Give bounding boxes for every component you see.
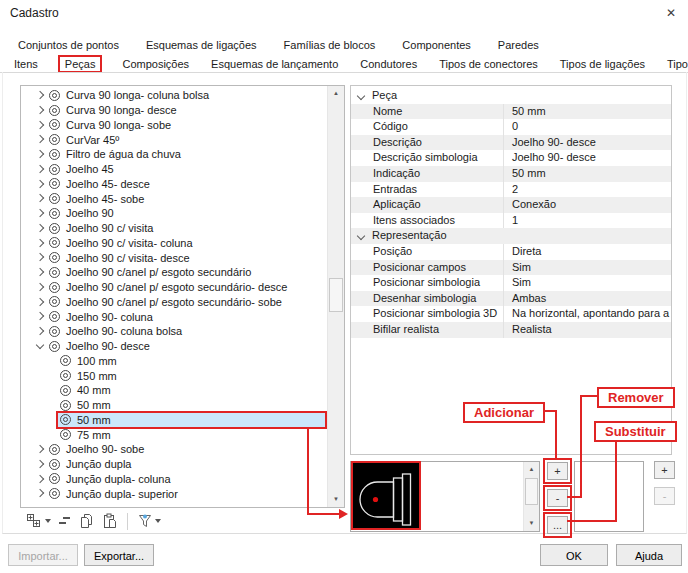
ajuda-button[interactable]: Ajuda <box>616 544 682 566</box>
close-icon[interactable]: ✕ <box>660 3 682 23</box>
property-value[interactable]: Sim <box>503 275 671 291</box>
tree-item[interactable]: Joelho 90- coluna <box>21 309 328 324</box>
property-value[interactable]: 2 <box>503 182 671 198</box>
tree-item[interactable]: Junção dupla <box>21 457 328 472</box>
chevron-right-icon[interactable] <box>34 206 49 221</box>
remove-symbol-button[interactable]: - <box>547 489 568 507</box>
tree-item[interactable]: 50 mm <box>21 413 328 428</box>
dropdown-arrow-icon[interactable] <box>155 519 161 523</box>
property-row[interactable]: Itens associados1 <box>351 213 671 229</box>
chevron-right-icon[interactable] <box>34 221 49 236</box>
chevron-down-icon[interactable] <box>355 228 369 244</box>
tree-item[interactable]: Joelho 90 c/ visita- coluna <box>21 236 328 251</box>
tree-item[interactable]: Curva 90 longa- desce <box>21 103 328 118</box>
tree-item[interactable]: Joelho 90 c/ visita <box>21 221 328 236</box>
tree-item[interactable]: Joelho 90- sobe <box>21 442 328 457</box>
tree-item[interactable]: CurVar 45º <box>21 132 328 147</box>
chevron-right-icon[interactable] <box>34 147 49 162</box>
chevron-down-icon[interactable] <box>355 88 369 104</box>
chevron-right-icon[interactable] <box>34 442 49 457</box>
tree-item[interactable]: Filtro de água da chuva <box>21 147 328 162</box>
property-value[interactable]: Direta <box>503 244 671 260</box>
tree-item[interactable]: Joelho 90 c/anel p/ esgoto secundário <box>21 265 328 280</box>
chevron-right-icon[interactable] <box>34 265 49 280</box>
paste-icon[interactable] <box>102 513 118 529</box>
tab-itens[interactable]: Itens <box>14 58 38 70</box>
property-value[interactable]: Sim <box>503 260 671 276</box>
collapse-items-icon[interactable] <box>58 513 72 529</box>
tree-item[interactable]: Joelho 90 c/anel p/ esgoto secundário- d… <box>21 280 328 295</box>
tree-item[interactable]: Curva 90 longa- coluna bolsa <box>21 88 328 103</box>
tree-item[interactable]: Junção dupla- superior <box>21 486 328 501</box>
property-value[interactable]: Realista <box>503 322 671 338</box>
chevron-right-icon[interactable] <box>34 250 49 265</box>
tab-tipos-de-liga-es[interactable]: Tipos de ligações <box>560 58 645 70</box>
dropdown-arrow-icon[interactable] <box>45 519 51 523</box>
property-value[interactable]: Joelho 90- desce <box>503 150 671 166</box>
property-value[interactable]: Ambas <box>503 291 671 307</box>
chevron-right-icon[interactable] <box>34 88 49 103</box>
tab-esquemas-de-liga-es[interactable]: Esquemas de ligações <box>146 39 257 51</box>
add-symbol-button[interactable]: + <box>547 462 568 480</box>
browse-symbol-button[interactable]: ... <box>547 516 568 534</box>
chevron-right-icon[interactable] <box>34 103 49 118</box>
chevron-right-icon[interactable] <box>34 118 49 133</box>
tab-esquemas-de-lan-amento[interactable]: Esquemas de lançamento <box>211 58 338 70</box>
tab-pe-as[interactable]: Peças <box>58 55 103 73</box>
symbol-preview[interactable] <box>351 461 421 530</box>
tab-componentes[interactable]: Componentes <box>402 39 471 51</box>
add-items-icon[interactable] <box>26 513 51 529</box>
scroll-down-icon[interactable]: ▼ <box>524 516 539 531</box>
chevron-right-icon[interactable] <box>34 472 49 487</box>
chevron-right-icon[interactable] <box>34 486 49 501</box>
tree-item[interactable]: Joelho 90 <box>21 206 328 221</box>
tab-condutores[interactable]: Condutores <box>360 58 417 70</box>
chevron-right-icon[interactable] <box>34 132 49 147</box>
chevron-right-icon[interactable] <box>34 191 49 206</box>
property-value[interactable]: 50 mm <box>503 166 671 182</box>
tab-tipos-de-pontos[interactable]: Tipos de pontos <box>667 58 688 70</box>
property-row[interactable]: Entradas2 <box>351 182 671 198</box>
chevron-right-icon[interactable] <box>34 162 49 177</box>
tree-item[interactable]: Junção dupla- coluna <box>21 472 328 487</box>
exportar-button[interactable]: Exportar... <box>84 544 154 566</box>
tree-item[interactable]: 150 mm <box>21 368 328 383</box>
ok-button[interactable]: OK <box>540 544 608 566</box>
tree-item[interactable]: Joelho 45- sobe <box>21 191 328 206</box>
tree-item[interactable]: 75 mm <box>21 427 328 442</box>
tab-paredes[interactable]: Paredes <box>498 39 539 51</box>
property-row[interactable]: Nome50 mm <box>351 104 671 120</box>
chevron-right-icon[interactable] <box>34 309 49 324</box>
property-row[interactable]: Desenhar simbologiaAmbas <box>351 291 671 307</box>
tree-item[interactable]: Joelho 90- coluna bolsa <box>21 324 328 339</box>
tree-item[interactable]: Curva 90 longa- sobe <box>21 118 328 133</box>
tree-item[interactable]: Joelho 45- desce <box>21 177 328 192</box>
property-value[interactable]: 0 <box>503 119 671 135</box>
add-button[interactable]: + <box>654 461 675 479</box>
chevron-down-icon[interactable] <box>34 339 49 354</box>
tree-item[interactable]: Joelho 90- desce <box>21 339 328 354</box>
tab-fam-lias-de-blocos[interactable]: Famílias de blocos <box>284 39 376 51</box>
property-value[interactable]: Na horizontal, apontando para a ... <box>503 306 671 322</box>
scroll-up-icon[interactable]: ▲ <box>524 462 539 477</box>
property-row[interactable]: Posicionar simbologiaSim <box>351 275 671 291</box>
property-row[interactable]: DescriçãoJoelho 90- desce <box>351 135 671 151</box>
property-value[interactable]: 50 mm <box>503 104 671 120</box>
symbol-scrollbar[interactable]: ▲ ▼ <box>523 462 539 531</box>
property-row[interactable]: Posicionar camposSim <box>351 260 671 276</box>
property-row[interactable]: Indicação50 mm <box>351 166 671 182</box>
property-row[interactable]: Posicionar simbologia 3DNa horizontal, a… <box>351 306 671 322</box>
scrollbar-thumb[interactable] <box>329 278 343 312</box>
tree-item[interactable]: Joelho 90 c/ visita- desce <box>21 250 328 265</box>
tab-conjuntos-de-pontos[interactable]: Conjuntos de pontos <box>18 39 119 51</box>
tree-item[interactable]: 100 mm <box>21 354 328 369</box>
property-row[interactable]: Bifilar realistaRealista <box>351 322 671 338</box>
filter-icon[interactable] <box>137 513 161 529</box>
property-group-header[interactable]: Peça <box>351 88 671 104</box>
property-value[interactable]: Joelho 90- desce <box>503 135 671 151</box>
tree-item[interactable]: Joelho 45 <box>21 162 328 177</box>
property-group-header[interactable]: Representação <box>351 228 671 244</box>
chevron-right-icon[interactable] <box>34 177 49 192</box>
tab-composi-es[interactable]: Composições <box>122 58 189 70</box>
property-row[interactable]: PosiçãoDireta <box>351 244 671 260</box>
